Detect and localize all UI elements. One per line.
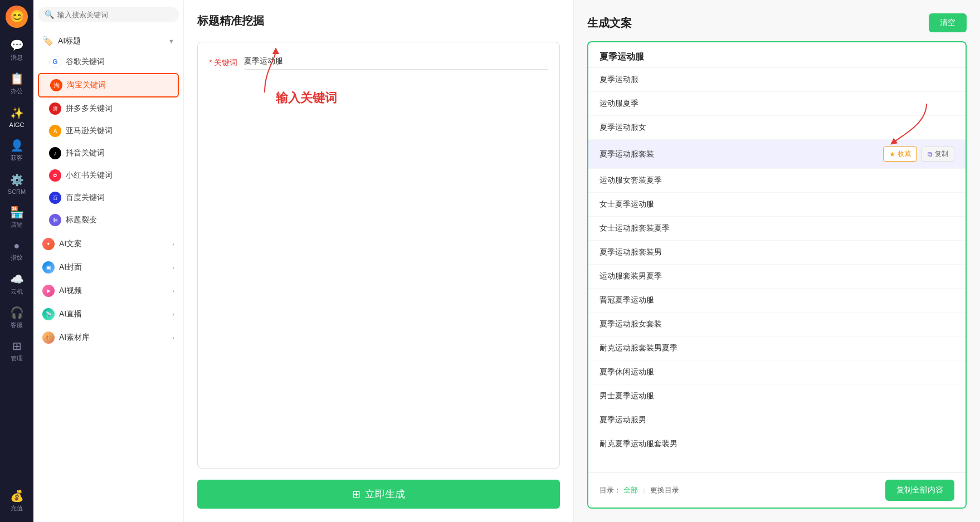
message-icon: 💬 <box>10 38 24 52</box>
result-item[interactable]: 男士夏季运动服 <box>588 384 966 408</box>
result-footer: 目录： 全部 | 更换目录 复制全部内容 <box>588 472 966 508</box>
ai-ui-icon: ▣ <box>42 261 55 274</box>
pdd-icon: 拼 <box>49 103 61 115</box>
search-input[interactable] <box>57 11 172 19</box>
result-item[interactable]: 运动服女套装夏季 <box>588 169 966 193</box>
sidebar-item-charge[interactable]: 💰 充值 <box>1 485 32 516</box>
menu-item-google-keyword[interactable]: G 谷歌关键词 <box>38 51 179 73</box>
menu-item-pdd-keyword[interactable]: 拼 拼多多关键词 <box>38 97 179 120</box>
menu-section-header-ai-title[interactable]: 🏷️ AI标题 ▼ <box>38 31 179 51</box>
chevron-right-icon5: › <box>172 334 174 341</box>
charge-icon: 💰 <box>10 489 24 503</box>
keyword-panel: 标题精准挖掘 关键词 输入关键词 ⊞ <box>184 0 574 522</box>
result-item-text: 夏季休闲运动服 <box>599 367 654 377</box>
copy-icon: ⧉ <box>928 150 933 158</box>
result-item[interactable]: 耐克夏季运动服套装男 <box>588 432 966 456</box>
guide-icon: ● <box>14 240 20 252</box>
result-item-text: 夏季运动服女套装 <box>599 319 662 329</box>
generate-button[interactable]: ⊞ 立即生成 <box>197 480 560 509</box>
star-icon: ★ <box>889 150 895 158</box>
copy-all-button[interactable]: 复制全部内容 <box>885 480 954 501</box>
sidebar-item-cloud[interactable]: ☁️ 云机 <box>1 269 32 300</box>
annotation-arrow-svg <box>248 48 292 98</box>
result-item[interactable]: 晋冠夏季运动服 <box>588 289 966 313</box>
menu-item-title-split[interactable]: 标 标题裂变 <box>38 209 179 231</box>
office-icon: 📋 <box>10 72 24 85</box>
menu-item-taobao-keyword[interactable]: 淘 淘宝关键词 <box>38 73 179 97</box>
result-item[interactable]: 女士运动服套装夏季 <box>588 217 966 241</box>
menu-section-header-ai-ui[interactable]: ▣ AI封面 › <box>38 257 179 278</box>
collect-button[interactable]: ★ 收藏 <box>883 147 917 162</box>
result-item[interactable]: 运动服夏季 <box>588 92 966 116</box>
xhs-icon: ✿ <box>49 169 61 182</box>
menu-section-ai-live: 📡 AI直播 › <box>38 304 179 325</box>
result-item-text: 夏季运动服套装 <box>599 149 654 159</box>
result-panel-title: 生成文案 <box>587 16 632 31</box>
menu-section-header-ai-copy[interactable]: ✦ AI文案 › <box>38 233 179 255</box>
ai-material-icon: 🎨 <box>42 331 55 344</box>
keyword-label: 关键词 <box>209 58 237 68</box>
result-item-text: 夏季运动服女 <box>599 123 646 133</box>
menu-item-amazon-keyword[interactable]: A 亚马逊关键词 <box>38 120 179 142</box>
copy-button[interactable]: ⧉ 复制 <box>922 147 954 162</box>
sidebar-item-visitor[interactable]: 👤 获客 <box>1 135 32 166</box>
cloud-icon: ☁️ <box>10 272 24 286</box>
title-icon: 标 <box>49 214 61 226</box>
result-item[interactable]: 运动服套装男夏季 <box>588 265 966 289</box>
clear-button[interactable]: 清空 <box>929 13 967 32</box>
aigc-icon: ✨ <box>10 106 24 120</box>
result-item[interactable]: 夏季运动服男 <box>588 408 966 432</box>
result-item-text: 女士夏季运动服 <box>599 199 654 209</box>
sidebar-item-store[interactable]: 🏪 店铺 <box>1 202 32 233</box>
catalog-all-link[interactable]: 全部 <box>623 486 638 494</box>
main-content: 标题精准挖掘 关键词 输入关键词 ⊞ <box>184 0 980 522</box>
tiktok-icon: ♪ <box>49 147 61 159</box>
sidebar-item-guide[interactable]: ● 指纹 <box>1 235 32 266</box>
ai-video-icon: ▶ <box>42 285 55 297</box>
search-bar[interactable]: 🔍 <box>38 7 179 22</box>
google-icon: G <box>49 56 61 68</box>
sidebar: 😊 💬 消息 📋 办公 ✨ AIGC 👤 获客 ⚙️ SCRM 🏪 店铺 ● 指… <box>0 0 33 522</box>
scrm-icon: ⚙️ <box>10 173 24 187</box>
result-item-text: 夏季运动服男 <box>599 415 646 425</box>
result-item-text: 晋冠夏季运动服 <box>599 295 654 305</box>
menu-section-header-ai-live[interactable]: 📡 AI直播 › <box>38 304 179 325</box>
sidebar-item-scrm[interactable]: ⚙️ SCRM <box>1 168 32 199</box>
content-area: 标题精准挖掘 关键词 输入关键词 ⊞ <box>184 0 980 522</box>
baidu-icon: 百 <box>49 192 61 204</box>
sidebar-item-office[interactable]: 📋 办公 <box>1 68 32 99</box>
menu-section-header-ai-video[interactable]: ▶ AI视频 › <box>38 280 179 301</box>
result-item[interactable]: 夏季休闲运动服 <box>588 360 966 384</box>
result-item[interactable]: 女士夏季运动服 <box>588 193 966 217</box>
result-item-text: 耐克夏季运动服套装男 <box>599 439 677 449</box>
menu-item-baidu-keyword[interactable]: 百 百度关键词 <box>38 187 179 209</box>
result-item[interactable]: 夏季运动服套装男 <box>588 241 966 265</box>
menu-section-header-ai-material[interactable]: 🎨 AI素材库 › <box>38 327 179 348</box>
search-icon: 🔍 <box>45 10 54 19</box>
catalog-text: 目录： 全部 | 更换目录 <box>599 485 679 495</box>
sidebar-item-message[interactable]: 💬 消息 <box>1 35 32 66</box>
result-item[interactable]: 夏季运动服女套装 <box>588 313 966 336</box>
sidebar-item-manage[interactable]: ⊞ 管理 <box>1 335 32 367</box>
avatar[interactable]: 😊 <box>6 6 28 28</box>
result-item[interactable]: 耐克运动服套装男夏季 <box>588 336 966 360</box>
menu-section-ai-ui: ▣ AI封面 › <box>38 257 179 278</box>
catalog-change-link[interactable]: 更换目录 <box>650 486 679 494</box>
ai-live-icon: 📡 <box>42 308 55 320</box>
result-item-text: 女士运动服套装夏季 <box>599 223 670 233</box>
result-list: 夏季运动服 运动服夏季 夏季运动服女 夏季运动服套装 <box>588 68 966 472</box>
sidebar-item-aigc[interactable]: ✨ AIGC <box>1 101 32 133</box>
chevron-right-icon2: › <box>172 264 174 271</box>
menu-section-ai-material: 🎨 AI素材库 › <box>38 327 179 348</box>
service-icon: 🎧 <box>10 306 24 319</box>
ai-copy-icon: ✦ <box>42 238 55 250</box>
chevron-right-icon3: › <box>172 287 174 294</box>
menu-item-tiktok-keyword[interactable]: ♪ 抖音关键词 <box>38 142 179 164</box>
result-item[interactable]: 夏季运动服 <box>588 68 966 92</box>
menu-item-xhs-keyword[interactable]: ✿ 小红书关键词 <box>38 164 179 187</box>
result-item[interactable]: 夏季运动服女 <box>588 116 966 140</box>
sidebar-item-service[interactable]: 🎧 客服 <box>1 302 32 333</box>
result-item-highlighted[interactable]: 夏季运动服套装 ★ 收藏 ⧉ 复制 <box>588 140 966 169</box>
result-item-text: 运动服套装男夏季 <box>599 271 662 281</box>
result-item-text: 运动服夏季 <box>599 99 638 109</box>
